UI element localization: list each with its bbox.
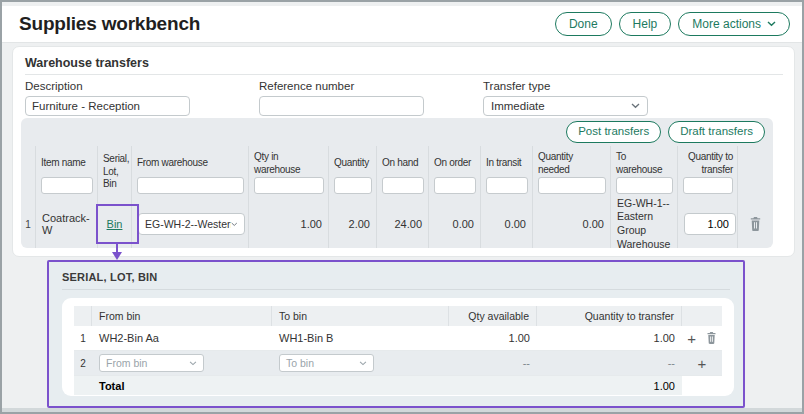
reference-number-label: Reference number — [259, 80, 424, 92]
bin-header-actions — [682, 306, 722, 326]
in-transit-cell: 0.00 — [481, 200, 533, 248]
filter-in-transit[interactable] — [486, 177, 528, 194]
header-in-transit-label: In transit — [486, 150, 528, 177]
header-on-hand: On hand — [377, 146, 429, 200]
bin-row2-quantity-to-transfer: -- — [537, 351, 682, 376]
post-transfers-button[interactable]: Post transfers — [566, 121, 661, 143]
total-label: Total — [92, 376, 272, 395]
from-bin-select[interactable]: From bin — [99, 354, 204, 372]
total-row-spacer — [74, 376, 92, 395]
description-label: Description — [25, 80, 190, 92]
top-bar: Supplies workbench Done Help More action… — [2, 6, 802, 43]
reference-number-field: Reference number — [259, 80, 424, 116]
bin-table: From bin To bin Qty available Quantity t… — [74, 306, 722, 395]
filter-qty-in-warehouse[interactable] — [254, 177, 324, 194]
serial-lot-bin-panel-title: SERIAL, LOT, BIN — [62, 271, 157, 283]
on-hand-cell: 24.00 — [377, 200, 429, 248]
chevron-down-icon — [189, 361, 197, 366]
header-rownum — [21, 146, 36, 200]
row-number: 1 — [21, 200, 36, 248]
to-bin-select[interactable]: To bin — [279, 354, 374, 372]
header-serial-lot-bin: Serial, Lot, Bin — [98, 146, 132, 200]
serial-lot-bin-card: From bin To bin Qty available Quantity t… — [62, 298, 734, 396]
bin-row2-actions: + — [682, 351, 722, 376]
total-value: 1.00 — [537, 376, 682, 395]
section-title: Warehouse transfers — [25, 56, 149, 70]
bin-row1-to-bin: WH1-Bin B — [272, 326, 449, 351]
done-button[interactable]: Done — [555, 12, 612, 36]
chevron-down-icon — [767, 21, 776, 27]
quantity-to-transfer-cell — [678, 200, 738, 248]
page-title: Supplies workbench — [19, 13, 200, 35]
delete-bin-row-button[interactable] — [704, 330, 719, 346]
header-quantity-to-transfer-label: Quantity to transfer — [683, 150, 733, 177]
bin-row2-number: 2 — [74, 351, 92, 376]
header-in-transit: In transit — [481, 146, 533, 200]
filter-quantity[interactable] — [334, 177, 372, 194]
description-input[interactable] — [25, 96, 190, 116]
header-on-order: On order — [429, 146, 481, 200]
bin-row1-number: 1 — [74, 326, 92, 351]
from-bin-placeholder: From bin — [106, 357, 147, 369]
header-item-name: Item name — [36, 146, 98, 200]
done-button-label: Done — [569, 17, 598, 31]
draft-transfers-button[interactable]: Draft transfers — [668, 121, 765, 143]
plus-icon: + — [698, 356, 707, 371]
transfer-type-label: Transfer type — [483, 80, 648, 92]
add-bin-row-button[interactable]: + — [696, 354, 709, 373]
total-empty-2 — [449, 376, 537, 395]
add-bin-row-button[interactable]: + — [685, 329, 698, 348]
reference-number-input[interactable] — [259, 96, 424, 116]
quantity-cell: 2.00 — [329, 200, 377, 248]
filter-on-order[interactable] — [434, 177, 476, 194]
delete-row-button[interactable] — [747, 215, 764, 233]
filter-item-name[interactable] — [41, 177, 93, 194]
filter-from-warehouse[interactable] — [137, 177, 244, 194]
filter-quantity-to-transfer[interactable] — [683, 177, 733, 194]
filter-to-warehouse[interactable] — [616, 177, 673, 194]
total-actions-empty — [682, 376, 722, 395]
bin-header-rownum — [74, 306, 92, 326]
bin-row1-quantity-to-transfer: 1.00 — [537, 326, 682, 351]
bin-header-from-bin: From bin — [92, 306, 272, 326]
help-button[interactable]: Help — [619, 12, 672, 36]
bin-row1-qty-available: 1.00 — [449, 326, 537, 351]
header-quantity-to-transfer: Quantity to transfer — [678, 146, 738, 200]
transfers-table-header: Item name Serial, Lot, Bin From warehous… — [21, 146, 773, 200]
transfer-type-select[interactable]: Immediate — [483, 96, 648, 116]
header-quantity-needed: Quantity needed — [533, 146, 611, 200]
transfer-type-value: Immediate — [491, 100, 545, 112]
bin-row1-actions: + — [682, 326, 722, 351]
from-warehouse-select[interactable]: EG-WH-2--Western Gr — [138, 213, 245, 235]
filter-on-hand[interactable] — [382, 177, 424, 194]
more-actions-label: More actions — [692, 17, 761, 31]
post-transfers-label: Post transfers — [578, 125, 649, 139]
to-warehouse-value: EG-WH-1--Eastern Group Warehouse — [617, 197, 671, 252]
app-window: Supplies workbench Done Help More action… — [0, 0, 804, 414]
bin-row2-from-bin: From bin — [92, 351, 272, 376]
bin-row1-from-bin: WH2-Bin Aa — [92, 326, 272, 351]
header-to-warehouse: To warehouse — [611, 146, 678, 200]
header-on-hand-label: On hand — [382, 150, 424, 177]
filter-quantity-needed[interactable] — [538, 177, 606, 194]
header-quantity: Quantity — [329, 146, 377, 200]
total-empty-1 — [272, 376, 449, 395]
quantity-to-transfer-input[interactable] — [684, 213, 736, 235]
draft-transfers-label: Draft transfers — [680, 125, 753, 139]
section-divider — [25, 74, 783, 75]
header-item-name-label: Item name — [41, 150, 93, 177]
header-from-warehouse: From warehouse — [132, 146, 249, 200]
trash-icon — [749, 217, 762, 231]
on-order-cell: 0.00 — [429, 200, 481, 248]
item-name-cell: Coatrack-W — [36, 200, 98, 248]
more-actions-button[interactable]: More actions — [678, 12, 790, 36]
header-qty-in-warehouse-label: Qty in warehouse — [254, 150, 324, 177]
table-toolbar: Post transfers Draft transfers — [21, 118, 773, 146]
header-actions — [738, 146, 773, 200]
bin-header-quantity-to-transfer: Quantity to transfer — [537, 306, 682, 326]
plus-icon: + — [687, 331, 696, 346]
chevron-down-icon — [631, 103, 640, 109]
chevron-down-icon — [231, 222, 238, 227]
trash-icon — [706, 332, 717, 344]
bin-header-qty-available: Qty available — [449, 306, 537, 326]
